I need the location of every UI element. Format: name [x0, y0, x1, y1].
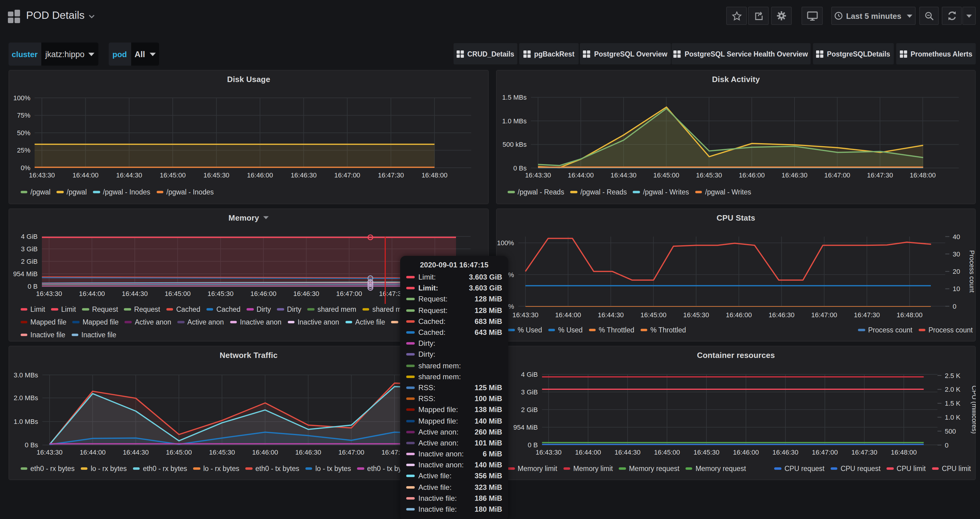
svg-text:16:46:30: 16:46:30: [293, 290, 320, 297]
svg-text:CPU (millicores): CPU (millicores): [970, 386, 976, 434]
svg-text:2.5 K: 2.5 K: [945, 372, 961, 380]
svg-text:30: 30: [953, 251, 960, 258]
svg-text:16:46:00: 16:46:00: [726, 311, 752, 319]
svg-text:16:45:30: 16:45:30: [683, 311, 709, 319]
svg-text:3 GiB: 3 GiB: [521, 388, 538, 396]
svg-text:16:47:00: 16:47:00: [336, 290, 362, 297]
svg-text:16:44:30: 16:44:30: [614, 449, 641, 456]
svg-text:4 GiB: 4 GiB: [521, 371, 538, 378]
svg-text:4 GiB: 4 GiB: [21, 233, 38, 240]
svg-text:2 GiB: 2 GiB: [521, 406, 538, 414]
svg-text:16:46:30: 16:46:30: [295, 449, 321, 456]
svg-text:20: 20: [953, 268, 960, 275]
svg-text:3.0 MBs: 3.0 MBs: [14, 371, 38, 379]
svg-text:0: 0: [945, 442, 948, 449]
svg-text:16:43:30: 16:43:30: [525, 171, 551, 179]
svg-text:16:46:30: 16:46:30: [781, 171, 808, 179]
svg-text:16:44:30: 16:44:30: [611, 171, 636, 179]
svg-text:16:46:30: 16:46:30: [291, 171, 317, 179]
svg-text:16:48:00: 16:48:00: [422, 171, 447, 179]
svg-text:25%: 25%: [17, 147, 30, 154]
svg-text:16:45:30: 16:45:30: [204, 171, 229, 179]
svg-text:16:45:30: 16:45:30: [209, 449, 235, 456]
svg-text:16:46:30: 16:46:30: [768, 311, 794, 319]
svg-text:16:45:30: 16:45:30: [696, 171, 722, 179]
svg-text:16:45:00: 16:45:00: [165, 290, 191, 297]
svg-text:16:44:30: 16:44:30: [598, 311, 624, 319]
svg-text:16:44:00: 16:44:00: [555, 311, 581, 319]
svg-text:16:47:00: 16:47:00: [811, 311, 837, 319]
svg-text:16:46:00: 16:46:00: [252, 449, 278, 456]
svg-text:0 B: 0 B: [528, 441, 538, 449]
svg-text:2.0 MBs: 2.0 MBs: [14, 394, 38, 402]
svg-text:0%: 0%: [21, 164, 30, 172]
svg-text:0 Bs: 0 Bs: [513, 164, 527, 172]
svg-text:16:47:00: 16:47:00: [334, 171, 360, 179]
svg-text:16:48:00: 16:48:00: [910, 171, 936, 179]
svg-text:16:46:00: 16:46:00: [250, 290, 277, 297]
svg-text:954 MiB: 954 MiB: [513, 423, 538, 431]
svg-text:954 MiB: 954 MiB: [13, 270, 38, 278]
svg-text:16:47:30: 16:47:30: [851, 449, 877, 456]
svg-text:16:47:00: 16:47:00: [824, 171, 850, 179]
svg-text:16:46:30: 16:46:30: [772, 449, 799, 456]
svg-text:16:44:00: 16:44:00: [568, 171, 594, 179]
svg-text:16:46:00: 16:46:00: [247, 171, 273, 179]
svg-text:16:43:30: 16:43:30: [36, 290, 62, 297]
svg-text:100%: 100%: [497, 239, 514, 247]
svg-text:10: 10: [953, 285, 960, 292]
svg-text:16:48:00: 16:48:00: [891, 449, 917, 456]
svg-text:16:45:00: 16:45:00: [160, 171, 186, 179]
svg-text:16:45:00: 16:45:00: [653, 171, 679, 179]
svg-text:500: 500: [945, 428, 956, 435]
svg-text:16:43:30: 16:43:30: [37, 449, 62, 456]
svg-text:Process count: Process count: [968, 250, 976, 292]
svg-text:16:43:30: 16:43:30: [536, 449, 562, 456]
svg-text:16:44:30: 16:44:30: [116, 171, 142, 179]
svg-text:16:47:00: 16:47:00: [812, 449, 838, 456]
svg-text:16:45:00: 16:45:00: [166, 449, 192, 456]
svg-text:16:44:30: 16:44:30: [122, 290, 148, 297]
svg-text:16:43:30: 16:43:30: [512, 311, 539, 319]
svg-text:16:43:30: 16:43:30: [29, 171, 55, 179]
svg-text:16:46:00: 16:46:00: [739, 171, 765, 179]
svg-text:16:44:00: 16:44:00: [575, 449, 601, 456]
svg-text:16:44:00: 16:44:00: [79, 290, 105, 297]
svg-text:75%: 75%: [17, 112, 30, 119]
svg-text:16:47:00: 16:47:00: [338, 449, 364, 456]
svg-text:1.0 K: 1.0 K: [945, 414, 961, 421]
svg-text:1.0 MBs: 1.0 MBs: [14, 418, 38, 425]
svg-text:1.5 MBs: 1.5 MBs: [502, 94, 527, 101]
svg-text:1.0 MBs: 1.0 MBs: [502, 117, 527, 125]
svg-text:3 GiB: 3 GiB: [21, 245, 38, 253]
svg-text:1.5 K: 1.5 K: [945, 399, 961, 407]
svg-text:100%: 100%: [13, 94, 30, 102]
svg-text:2.0 K: 2.0 K: [945, 386, 961, 393]
svg-text:50%: 50%: [17, 129, 30, 137]
svg-text:500 kBs: 500 kBs: [503, 141, 527, 148]
svg-text:16:46:00: 16:46:00: [733, 449, 759, 456]
svg-text:16:48:00: 16:48:00: [897, 311, 923, 319]
svg-text:16:45:30: 16:45:30: [694, 449, 719, 456]
svg-text:16:44:00: 16:44:00: [73, 171, 99, 179]
svg-text:40: 40: [953, 233, 960, 241]
svg-text:16:45:30: 16:45:30: [208, 290, 234, 297]
svg-text:16:45:00: 16:45:00: [654, 449, 680, 456]
svg-text:16:47:30: 16:47:30: [378, 171, 404, 179]
svg-text:16:45:00: 16:45:00: [641, 311, 667, 319]
svg-text:16:47:30: 16:47:30: [867, 171, 893, 179]
svg-text:0 Bs: 0 Bs: [25, 441, 38, 449]
svg-text:16:44:30: 16:44:30: [123, 449, 149, 456]
svg-text:0 B: 0 B: [28, 283, 38, 290]
svg-text:0: 0: [953, 303, 956, 310]
svg-text:16:47:30: 16:47:30: [854, 311, 880, 319]
svg-text:2 GiB: 2 GiB: [21, 258, 38, 265]
svg-text:16:44:00: 16:44:00: [80, 449, 106, 456]
